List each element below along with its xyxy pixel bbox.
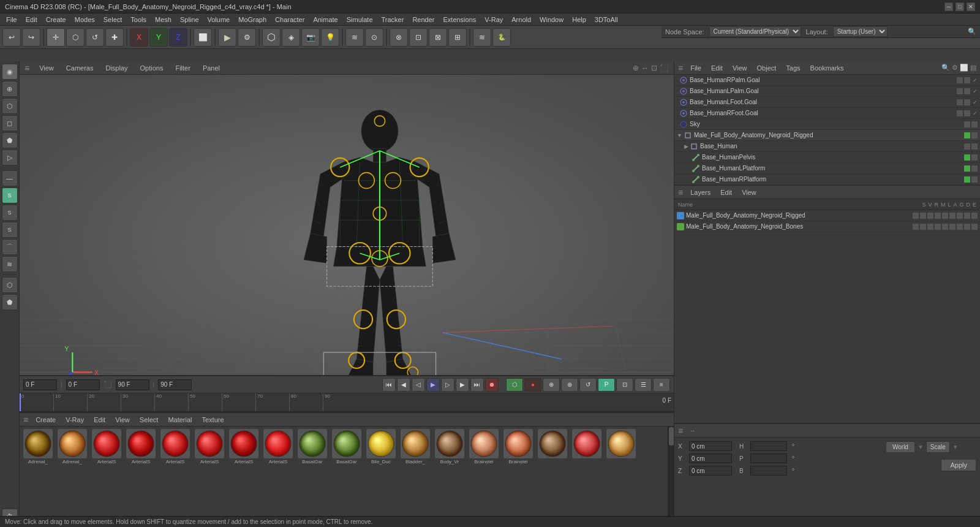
mat-extra-1[interactable] xyxy=(537,429,568,465)
grid-button[interactable]: ⊙ xyxy=(365,28,383,47)
obj-manager-hamburger[interactable]: ≡ xyxy=(678,63,683,73)
mat-basalgar-1[interactable]: BasalGar xyxy=(296,429,328,465)
mat-arterials-6[interactable]: ArterialS xyxy=(262,429,294,465)
tool-6[interactable]: ▷ xyxy=(2,150,18,165)
layer-l-btn[interactable] xyxy=(942,213,948,219)
mat-menu-select[interactable]: Select xyxy=(137,415,161,425)
tl-btn-9[interactable]: ≡ xyxy=(653,378,670,392)
vp-options-menu[interactable]: Options xyxy=(138,63,166,73)
menu-tools[interactable]: Tools xyxy=(127,15,150,25)
menu-tracker[interactable]: Tracker xyxy=(378,15,408,25)
mat-scrollbar[interactable] xyxy=(668,427,674,516)
tool-11[interactable]: ⌒ xyxy=(2,239,18,255)
obj-vis-dot-pelvis[interactable] xyxy=(964,154,970,161)
obj-render-dot-3[interactable] xyxy=(964,99,970,105)
tool-4[interactable]: ◻ xyxy=(2,115,18,131)
tl-next-key[interactable]: ▷ xyxy=(441,378,454,392)
python-button[interactable]: 🐍 xyxy=(492,28,511,47)
mat-arterials-5[interactable]: ArterialS xyxy=(228,429,260,465)
mat-brainstem-1[interactable]: Brainstei xyxy=(468,429,500,465)
obj-row-humanrfoot[interactable]: Base_HumanRFoot.Goal ✓ xyxy=(674,108,980,119)
vp-cameras-menu[interactable]: Cameras xyxy=(64,63,96,73)
layers-menu-view[interactable]: View xyxy=(739,188,759,197)
layer-r-btn[interactable] xyxy=(927,213,933,219)
object-mode-button[interactable]: ⬜ xyxy=(194,28,212,47)
layer-m-btn-2[interactable] xyxy=(935,224,941,230)
layer-g-btn-2[interactable] xyxy=(957,224,963,230)
menu-extensions[interactable]: Extensions xyxy=(439,15,480,25)
mat-bileduct[interactable]: Bile_Duc xyxy=(365,429,397,465)
obj-row-fullbody[interactable]: ▼ Male_Full_Body_Anatomy_Negroid_Rigged xyxy=(674,130,980,141)
layer-row-bones[interactable]: Male_Full_Body_Anatomy_Negroid_Bones xyxy=(674,221,980,232)
mat-basalgar-2[interactable]: BasalGar xyxy=(331,429,363,465)
obj-menu-file[interactable]: File xyxy=(688,63,704,73)
mat-menu-material[interactable]: Material xyxy=(165,415,194,425)
layer-d-btn-2[interactable] xyxy=(964,224,970,230)
current-frame-input[interactable] xyxy=(23,379,57,390)
mat-arterials-3[interactable]: ArterialS xyxy=(159,429,191,465)
menu-edit[interactable]: Edit xyxy=(22,15,41,25)
sym-all-button[interactable]: ⊞ xyxy=(448,28,467,47)
mat-extra-3[interactable] xyxy=(605,429,637,465)
mat-scrollbar-thumb[interactable] xyxy=(669,427,674,445)
obj-menu-edit[interactable]: Edit xyxy=(709,63,725,73)
menu-spline[interactable]: Spline xyxy=(176,15,203,25)
tool-3[interactable]: ⬡ xyxy=(2,98,18,114)
obj-vis-dot-rp[interactable] xyxy=(964,176,970,183)
mat-menu-vray[interactable]: V-Ray xyxy=(63,415,86,425)
vp-icon-1[interactable]: ⊕ xyxy=(633,64,639,72)
y-axis-button[interactable]: Y xyxy=(149,28,168,47)
menu-mograph[interactable]: MoGraph xyxy=(235,15,270,25)
z-axis-button[interactable]: Z xyxy=(169,28,187,47)
obj-vis-dot-bh[interactable] xyxy=(964,143,970,150)
mat-arterials-1[interactable]: ArterialS xyxy=(91,429,123,465)
tl-btn-7[interactable]: ⊡ xyxy=(616,378,633,392)
layer-row-fullbody[interactable]: Male_Full_Body_Anatomy_Negroid_Rigged xyxy=(674,210,980,221)
tl-goto-end[interactable]: ⏭ xyxy=(470,378,484,392)
layers-menu-edit[interactable]: Edit xyxy=(718,188,734,197)
menu-volume[interactable]: Volume xyxy=(204,15,234,25)
vp-filter-menu[interactable]: Filter xyxy=(173,63,192,73)
x-axis-button[interactable]: X xyxy=(130,28,148,47)
attr-x-pos[interactable] xyxy=(689,441,732,451)
obj-menu-object[interactable]: Object xyxy=(755,63,779,73)
sym-z-button[interactable]: ⊠ xyxy=(429,28,447,47)
obj-render-dot-4[interactable] xyxy=(964,110,970,116)
obj-row-lplatform[interactable]: Base_HumanLPlatform xyxy=(674,163,980,174)
fps-input[interactable] xyxy=(158,379,192,390)
vp-icon-3[interactable]: ⊡ xyxy=(651,64,657,72)
tool-7[interactable]: — xyxy=(2,170,18,186)
menu-character[interactable]: Character xyxy=(271,15,308,25)
mat-menu-create[interactable]: Create xyxy=(33,415,58,425)
mat-adrenal-1[interactable]: Adrenal_ xyxy=(22,429,54,465)
add-tool-button[interactable]: ✚ xyxy=(105,28,124,47)
scale-button[interactable]: Scale xyxy=(926,441,950,453)
tl-btn-4[interactable]: ⊕ xyxy=(561,378,578,392)
tool-13[interactable]: ⬡ xyxy=(2,277,18,293)
tl-prev-key[interactable]: ◁ xyxy=(412,378,425,392)
mat-arterials-2[interactable]: ArterialS xyxy=(125,429,157,465)
tool-12[interactable]: ≋ xyxy=(2,256,18,272)
obj-render-dot-rp[interactable] xyxy=(971,176,978,183)
vp-icon-4[interactable]: ⬛ xyxy=(660,64,669,72)
obj-vis-dot-sky[interactable] xyxy=(964,121,970,127)
obj-settings-icon[interactable]: ⚙ xyxy=(952,64,958,72)
tl-btn-2[interactable]: ● xyxy=(524,378,541,392)
edge-button[interactable]: ≋ xyxy=(473,28,491,47)
obj-menu-tags[interactable]: Tags xyxy=(783,63,802,73)
menu-modes[interactable]: Modes xyxy=(71,15,99,25)
menu-create[interactable]: Create xyxy=(42,15,70,25)
attr-p-val[interactable] xyxy=(750,453,787,463)
layers-hamburger[interactable]: ≡ xyxy=(678,188,683,197)
obj-menu-bookmarks[interactable]: Bookmarks xyxy=(808,63,846,73)
obj-render-dot-pelvis[interactable] xyxy=(971,154,978,161)
vp-icon-2[interactable]: ↔ xyxy=(641,64,649,72)
tl-btn-8[interactable]: ☰ xyxy=(635,378,652,392)
timeline-ruler[interactable]: 0 10 20 30 40 50 60 70 80 90 0 F xyxy=(20,393,674,412)
menu-file[interactable]: File xyxy=(2,15,21,25)
attr-y-pos[interactable] xyxy=(689,453,732,463)
viewport-menu-icon[interactable]: ≡ xyxy=(24,63,29,73)
obj-render-dot-sky[interactable] xyxy=(971,121,978,127)
mat-menu-view[interactable]: View xyxy=(113,415,132,425)
tl-btn-5[interactable]: ↺ xyxy=(579,378,597,392)
